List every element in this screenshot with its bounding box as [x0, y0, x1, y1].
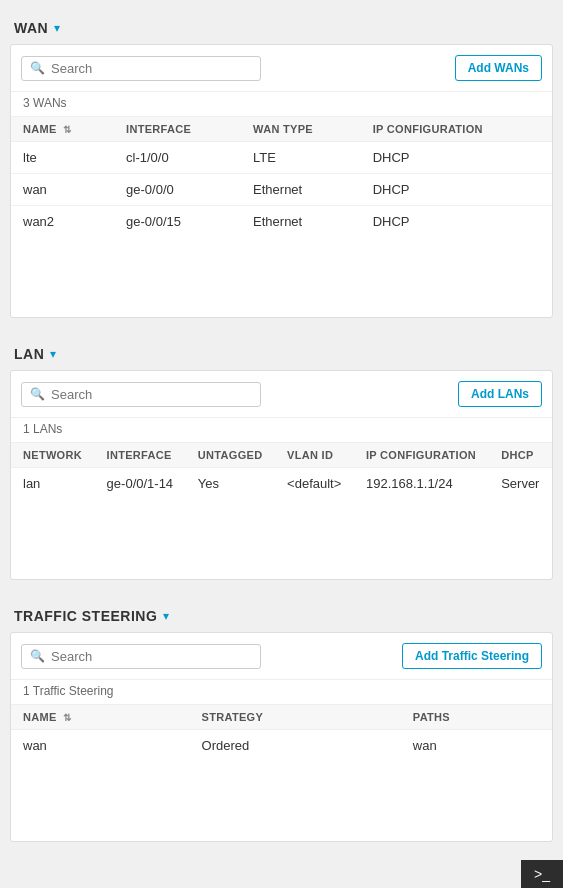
- wan-table-empty-space: [11, 237, 552, 317]
- wan-row-1-name: wan: [11, 174, 114, 206]
- add-lan-button[interactable]: Add LANs: [458, 381, 542, 407]
- wan-search-box: 🔍: [21, 56, 261, 81]
- wan-row-0-interface: cl-1/0/0: [114, 142, 241, 174]
- lan-title: LAN: [14, 346, 44, 362]
- lan-search-icon: 🔍: [30, 387, 45, 401]
- wan-row-0-name: lte: [11, 142, 114, 174]
- table-row: lan ge-0/0/1-14 Yes <default> 192.168.1.…: [11, 468, 552, 500]
- wan-section-header: WAN ▾: [10, 10, 553, 44]
- wan-row-0-ip: DHCP: [361, 142, 552, 174]
- wan-table-body: lte cl-1/0/0 LTE DHCP wan ge-0/0/0 Ether…: [11, 142, 552, 238]
- lan-col-ip-config: IP CONFIGURATION: [354, 443, 489, 468]
- lan-col-dhcp: DHCP: [489, 443, 552, 468]
- wan-toolbar: 🔍 Add WANs: [11, 45, 552, 92]
- ts-row-0-paths: wan: [401, 730, 552, 762]
- table-row: lte cl-1/0/0 LTE DHCP: [11, 142, 552, 174]
- lan-section: LAN ▾ 🔍 Add LANs 1 LANs NETWORK INTERFAC…: [10, 336, 553, 580]
- lan-row-0-interface: ge-0/0/1-14: [95, 468, 186, 500]
- wan-search-icon: 🔍: [30, 61, 45, 75]
- traffic-steering-section: TRAFFIC STEERING ▾ 🔍 Add Traffic Steerin…: [10, 598, 553, 842]
- add-traffic-steering-button[interactable]: Add Traffic Steering: [402, 643, 542, 669]
- lan-table-body: lan ge-0/0/1-14 Yes <default> 192.168.1.…: [11, 468, 552, 500]
- wan-row-1-ip: DHCP: [361, 174, 552, 206]
- lan-row-0-network: lan: [11, 468, 95, 500]
- lan-row-0-dhcp: Server: [489, 468, 552, 500]
- lan-chevron-icon[interactable]: ▾: [50, 347, 56, 361]
- lan-search-box: 🔍: [21, 382, 261, 407]
- table-row: wan Ordered wan: [11, 730, 552, 762]
- lan-row-0-ip: 192.168.1.1/24: [354, 468, 489, 500]
- lan-table-header: NETWORK INTERFACE UNTAGGED VLAN ID IP CO…: [11, 443, 552, 468]
- wan-table: NAME ⇅ INTERFACE WAN TYPE IP CONFIGURATI…: [11, 116, 552, 237]
- wan-row-2-ip: DHCP: [361, 206, 552, 238]
- traffic-steering-section-header: TRAFFIC STEERING ▾: [10, 598, 553, 632]
- wan-count: 3 WANs: [11, 92, 552, 116]
- lan-toolbar: 🔍 Add LANs: [11, 371, 552, 418]
- wan-row-1-type: Ethernet: [241, 174, 361, 206]
- lan-search-input[interactable]: [51, 387, 252, 402]
- traffic-steering-chevron-icon[interactable]: ▾: [163, 609, 169, 623]
- ts-col-strategy: STRATEGY: [190, 705, 401, 730]
- wan-search-input[interactable]: [51, 61, 252, 76]
- traffic-steering-count: 1 Traffic Steering: [11, 680, 552, 704]
- wan-row-1-interface: ge-0/0/0: [114, 174, 241, 206]
- terminal-bar[interactable]: >_: [521, 860, 563, 888]
- traffic-steering-table: NAME ⇅ STRATEGY PATHS wan Ordered wan: [11, 704, 552, 761]
- traffic-steering-search-icon: 🔍: [30, 649, 45, 663]
- table-row: wan2 ge-0/0/15 Ethernet DHCP: [11, 206, 552, 238]
- wan-col-interface: INTERFACE: [114, 117, 241, 142]
- lan-table-empty-space: [11, 499, 552, 579]
- ts-row-0-name: wan: [11, 730, 190, 762]
- traffic-steering-toolbar: 🔍 Add Traffic Steering: [11, 633, 552, 680]
- ts-row-0-strategy: Ordered: [190, 730, 401, 762]
- wan-row-2-name: wan2: [11, 206, 114, 238]
- traffic-steering-search-box: 🔍: [21, 644, 261, 669]
- wan-table-header: NAME ⇅ INTERFACE WAN TYPE IP CONFIGURATI…: [11, 117, 552, 142]
- ts-col-name: NAME ⇅: [11, 705, 190, 730]
- wan-row-2-interface: ge-0/0/15: [114, 206, 241, 238]
- ts-name-sort-icon[interactable]: ⇅: [63, 712, 71, 723]
- terminal-icon: >_: [534, 866, 550, 882]
- page: WAN ▾ 🔍 Add WANs 3 WANs NAME ⇅: [0, 0, 563, 870]
- wan-title: WAN: [14, 20, 48, 36]
- table-row: wan ge-0/0/0 Ethernet DHCP: [11, 174, 552, 206]
- traffic-steering-title: TRAFFIC STEERING: [14, 608, 157, 624]
- wan-name-sort-icon[interactable]: ⇅: [63, 124, 71, 135]
- wan-row-2-type: Ethernet: [241, 206, 361, 238]
- add-wan-button[interactable]: Add WANs: [455, 55, 542, 81]
- ts-table-empty-space: [11, 761, 552, 841]
- wan-col-wan-type: WAN TYPE: [241, 117, 361, 142]
- traffic-steering-table-header: NAME ⇅ STRATEGY PATHS: [11, 705, 552, 730]
- lan-col-interface: INTERFACE: [95, 443, 186, 468]
- wan-col-ip-config: IP CONFIGURATION: [361, 117, 552, 142]
- lan-col-network: NETWORK: [11, 443, 95, 468]
- traffic-steering-table-body: wan Ordered wan: [11, 730, 552, 762]
- wan-card: 🔍 Add WANs 3 WANs NAME ⇅ INTERFACE WAN T…: [10, 44, 553, 318]
- ts-col-paths: PATHS: [401, 705, 552, 730]
- lan-col-untagged: UNTAGGED: [186, 443, 275, 468]
- wan-section: WAN ▾ 🔍 Add WANs 3 WANs NAME ⇅: [10, 10, 553, 318]
- lan-card: 🔍 Add LANs 1 LANs NETWORK INTERFACE UNTA…: [10, 370, 553, 580]
- traffic-steering-search-input[interactable]: [51, 649, 252, 664]
- lan-row-0-vlan-id: <default>: [275, 468, 354, 500]
- lan-count: 1 LANs: [11, 418, 552, 442]
- lan-table: NETWORK INTERFACE UNTAGGED VLAN ID IP CO…: [11, 442, 552, 499]
- lan-col-vlan-id: VLAN ID: [275, 443, 354, 468]
- wan-row-0-type: LTE: [241, 142, 361, 174]
- wan-col-name: NAME ⇅: [11, 117, 114, 142]
- traffic-steering-card: 🔍 Add Traffic Steering 1 Traffic Steerin…: [10, 632, 553, 842]
- wan-chevron-icon[interactable]: ▾: [54, 21, 60, 35]
- lan-section-header: LAN ▾: [10, 336, 553, 370]
- lan-row-0-untagged: Yes: [186, 468, 275, 500]
